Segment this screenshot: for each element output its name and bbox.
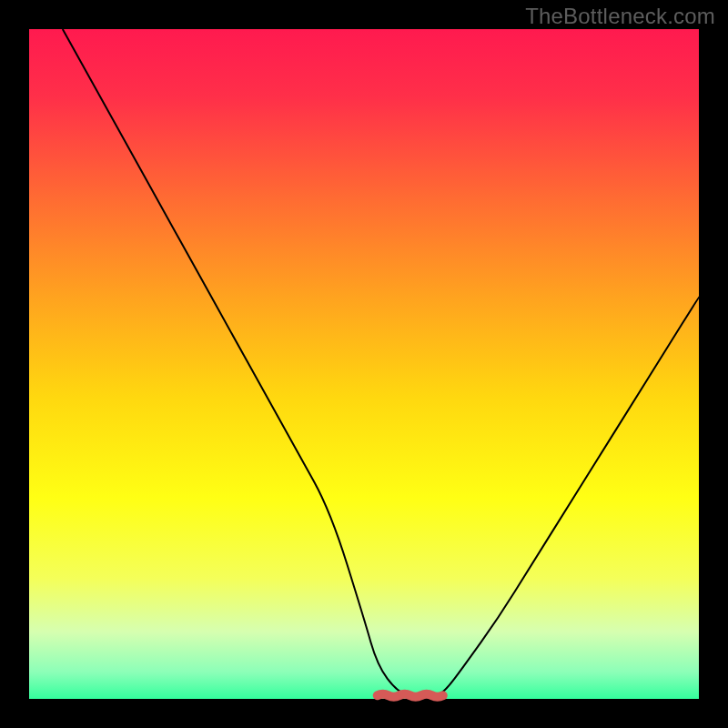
bottleneck-chart <box>0 0 728 728</box>
optimal-range-marker <box>378 694 443 697</box>
chart-frame: TheBottleneck.com <box>0 0 728 728</box>
watermark-text: TheBottleneck.com <box>525 4 715 29</box>
plot-area <box>29 29 699 699</box>
